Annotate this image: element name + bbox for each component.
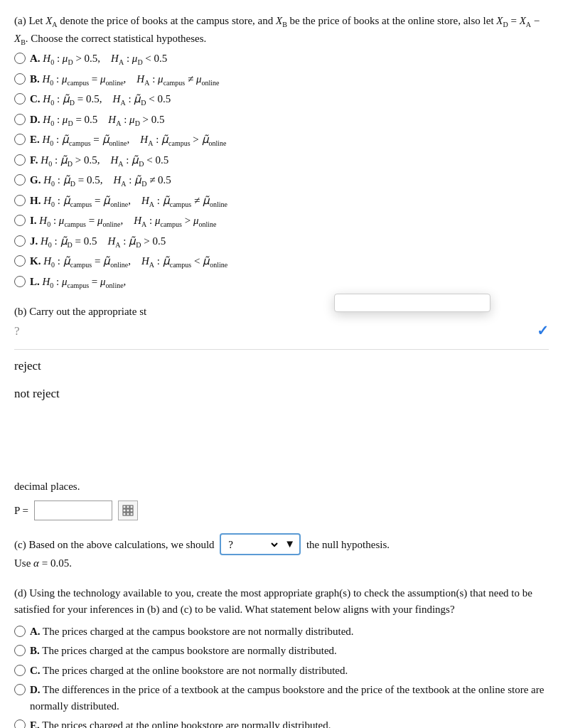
svg-rect-5 [130, 509, 133, 512]
option-h-row: H. H0 : μ̃campus = μ̃online, HA : μ̃camp… [14, 193, 549, 210]
radio-d-d[interactable] [14, 684, 26, 695]
radio-j[interactable] [14, 235, 26, 247]
radio-e[interactable] [14, 134, 26, 145]
part-a: (a) Let XA denote the price of books at … [14, 13, 549, 291]
option-a-row: A. H0 : μD > 0.5, HA : μD < 0.5 [14, 50, 549, 68]
svg-rect-1 [127, 505, 129, 508]
option-k-row: K. H0 : μ̃campus = μ̃online, HA : μ̃camp… [14, 253, 549, 271]
part-d-option-e: E. The prices charged at the online book… [14, 717, 549, 728]
xa-var: XA [45, 15, 57, 26]
part-b-decimal: decimal places. [14, 478, 549, 495]
grid-svg [122, 505, 134, 516]
svg-rect-2 [130, 505, 133, 508]
dropdown-header: ? ✓ [14, 320, 549, 342]
svg-rect-8 [130, 513, 133, 515]
part-d: (d) Using the technology available to yo… [14, 585, 549, 728]
radio-l[interactable] [14, 276, 26, 287]
radio-d-c[interactable] [14, 665, 26, 676]
part-d-option-a: A. The prices charged at the campus book… [14, 623, 549, 640]
dropdown-placeholder: ? [14, 322, 20, 341]
part-b-text: (b) Carry out the appropriate st [14, 304, 549, 320]
radio-d[interactable] [14, 114, 26, 125]
option-g-row: G. H0 : μ̃D = 0.5, HA : μ̃D ≠ 0.5 [14, 172, 549, 190]
radio-d-b[interactable] [14, 645, 26, 656]
svg-rect-0 [123, 505, 126, 508]
option-f-row: F. H0 : μ̃D > 0.5, HA : μ̃D < 0.5 [14, 152, 549, 170]
alpha-note: Use α = 0.05. [14, 555, 549, 572]
radio-i[interactable] [14, 215, 26, 226]
reject-select[interactable]: ? reject not reject [225, 538, 280, 551]
p-label: P = [14, 503, 28, 519]
part-d-option-c: C. The prices charged at the online book… [14, 663, 549, 679]
part-d-option-d: D. The differences in the price of a tex… [14, 682, 549, 715]
inline-select-wrapper[interactable]: ? reject not reject ▼ [220, 533, 301, 555]
radio-h[interactable] [14, 195, 26, 206]
p-input[interactable] [34, 500, 112, 520]
option-c-row: C. H0 : μ̃D = 0.5, HA : μ̃D < 0.5 [14, 91, 549, 109]
grid-icon[interactable] [118, 500, 138, 520]
part-b: (b) Carry out the appropriate st ? ✓ rej… [14, 304, 549, 520]
part-d-intro: (d) Using the technology available to yo… [14, 585, 549, 619]
part-c-text: (c) Based on the above calculations, we … [14, 533, 549, 555]
radio-d-a[interactable] [14, 626, 26, 637]
radio-g[interactable] [14, 174, 26, 186]
option-e-row: E. H0 : μ̃campus = μ̃online, HA : μ̃camp… [14, 132, 549, 149]
part-a-intro: (a) Let XA denote the price of books at … [14, 13, 549, 48]
radio-d-e[interactable] [14, 719, 26, 728]
dropdown-divider [14, 349, 549, 350]
svg-rect-7 [127, 513, 129, 515]
part-c: (c) Based on the above calculations, we … [14, 533, 549, 572]
dropdown-checkmark[interactable]: ✓ [537, 320, 549, 342]
radio-k[interactable] [14, 255, 26, 267]
dropdown-popup [334, 294, 490, 312]
option-b-row: B. H0 : μcampus = μonline, HA : μcampus … [14, 71, 549, 89]
radio-f[interactable] [14, 154, 26, 166]
svg-rect-4 [127, 509, 129, 512]
dropdown-item-reject[interactable]: reject [14, 353, 549, 380]
svg-rect-6 [123, 513, 126, 515]
select-arrow: ▼ [284, 536, 295, 552]
option-l-row: L. H0 : μcampus = μonline, [14, 274, 549, 291]
radio-a[interactable] [14, 53, 26, 64]
xb-var: XB [276, 15, 287, 26]
radio-b[interactable] [14, 73, 26, 85]
option-j-row: J. H0 : μ̃D = 0.5 HA : μ̃D > 0.5 [14, 233, 549, 251]
part-d-option-b: B. The prices charged at the campus book… [14, 643, 549, 659]
dropdown-item-not-reject[interactable]: not reject [14, 380, 549, 407]
svg-rect-3 [123, 509, 126, 512]
option-d-row: D. H0 : μD = 0.5 HA : μD > 0.5 [14, 112, 549, 129]
p-row: P = [14, 500, 549, 520]
option-i-row: I. H0 : μcampus = μonline, HA : μcampus … [14, 213, 549, 230]
radio-c[interactable] [14, 93, 26, 105]
